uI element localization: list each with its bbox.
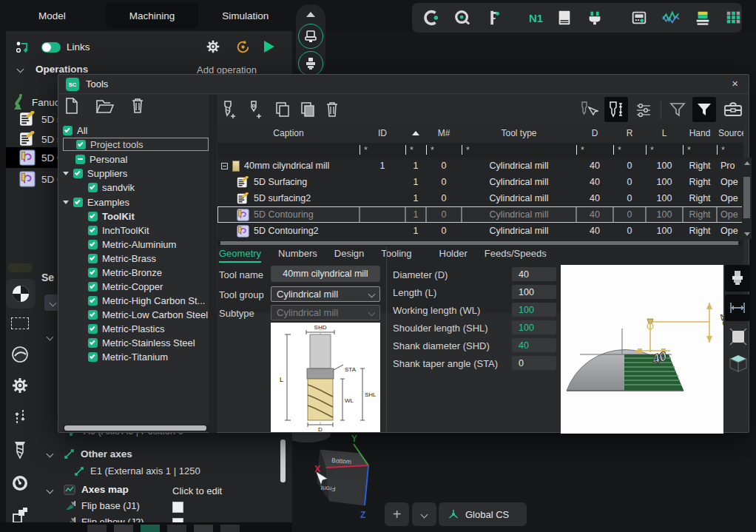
- control-panel-icon[interactable]: [630, 8, 648, 27]
- tree-item-metric-bronze[interactable]: Metric-Bronze: [63, 266, 209, 279]
- tab-simulation[interactable]: Simulation: [198, 2, 292, 29]
- rail-collapsed-pill[interactable]: [7, 263, 33, 272]
- flip-base-checkbox[interactable]: [172, 502, 183, 513]
- drill-tool-icon[interactable]: [7, 440, 33, 462]
- tab-machining[interactable]: Machining: [106, 2, 199, 29]
- col-caption[interactable]: Caption: [217, 124, 360, 143]
- shank-taper-angle-input[interactable]: 0: [512, 356, 556, 370]
- checkbox-checked[interactable]: [88, 282, 98, 292]
- checkbox-checked[interactable]: [88, 296, 98, 306]
- axis-row-e1[interactable]: E1 (External axis 1 | 1250: [74, 465, 200, 477]
- checkbox-checked[interactable]: [88, 183, 98, 192]
- checkbox-checked[interactable]: [88, 268, 98, 277]
- hidden-chevron-sliver[interactable]: [47, 334, 54, 341]
- axes-map-header[interactable]: Axes map: [64, 484, 129, 495]
- tree-hscrollbar-thumb[interactable]: [64, 425, 206, 431]
- head-2-button[interactable]: [298, 51, 323, 76]
- filter-cell[interactable]: *: [405, 143, 426, 158]
- col-r[interactable]: R: [613, 124, 646, 143]
- ops-item-fanuc[interactable]: Fanuc: [12, 93, 60, 111]
- tab-holder[interactable]: Holder: [439, 248, 468, 263]
- dialog-titlebar[interactable]: SC Tools ×: [58, 75, 749, 94]
- measure-tape-icon[interactable]: [453, 8, 471, 27]
- table-row[interactable]: 5D Surfacing 1 0 Cylindrical mill 40 0 1…: [217, 174, 743, 190]
- tree-item-metric-stainless[interactable]: Metric-Stainless Steel: [63, 336, 209, 349]
- links-toggle[interactable]: [41, 42, 61, 53]
- tab-geometry[interactable]: Geometry: [219, 248, 261, 263]
- gear-icon[interactable]: [206, 39, 220, 54]
- tree-item-metric-copper[interactable]: Metric-Copper: [63, 280, 209, 293]
- checkbox-checked[interactable]: [73, 169, 83, 178]
- col-sort[interactable]: [405, 124, 426, 143]
- new-library-icon[interactable]: [64, 97, 79, 115]
- filter-outline-icon[interactable]: [669, 101, 686, 118]
- clamp-icon[interactable]: [422, 8, 440, 27]
- expand-arrow-icon[interactable]: [63, 172, 69, 175]
- paste-tool-icon[interactable]: [300, 101, 316, 118]
- table-row[interactable]: 5D Contouring2 1 0 Cylindrical mill 40 0…: [217, 223, 743, 239]
- strip-thumb[interactable]: [220, 525, 240, 532]
- cs-dropdown-button[interactable]: [412, 502, 436, 526]
- disc-tool-icon[interactable]: [7, 343, 33, 366]
- col-source[interactable]: Source: [717, 124, 743, 143]
- checkbox-checked[interactable]: [76, 140, 86, 149]
- fit-view-icon[interactable]: [728, 326, 749, 348]
- copy-tool-icon[interactable]: [274, 101, 291, 118]
- filter-cell[interactable]: *: [576, 143, 613, 158]
- click-to-edit-label[interactable]: Click to edit: [172, 485, 222, 496]
- tool-dimensions-toggle-active[interactable]: [604, 97, 628, 122]
- tab-design[interactable]: Design: [334, 248, 364, 263]
- checkbox-checked[interactable]: [73, 198, 83, 207]
- view-options-icon[interactable]: [634, 100, 653, 119]
- tree-item-metric-titanium[interactable]: Metric-Titanium: [63, 350, 209, 363]
- checkbox-checked[interactable]: [88, 240, 98, 249]
- tree-item-metric-low-carbon[interactable]: Metric-Low Carbon Steel: [63, 308, 209, 321]
- strip-thumb[interactable]: [141, 525, 160, 532]
- diameter-input[interactable]: 40: [512, 267, 556, 281]
- collapse-minus-icon[interactable]: [221, 163, 228, 169]
- strip-thumb[interactable]: [114, 525, 133, 532]
- tree-item-suppliers[interactable]: Suppliers: [63, 166, 209, 180]
- filter-cell[interactable]: *: [613, 143, 646, 158]
- panel-vscrollbar-thumb[interactable]: [280, 440, 286, 482]
- hscrollbar-thumb[interactable]: [220, 241, 738, 245]
- play-icon[interactable]: [264, 41, 274, 53]
- collapse-up-icon[interactable]: [306, 12, 315, 17]
- tab-model[interactable]: Model: [15, 2, 90, 29]
- col-tool-type[interactable]: Tool type: [462, 124, 576, 143]
- checkbox-indeterminate[interactable]: [75, 155, 85, 164]
- table-row[interactable]: 5D surfacing2 1 0 Cylindrical mill 40 0 …: [217, 190, 743, 206]
- shoulder-length-input[interactable]: 100: [512, 320, 556, 334]
- strip-thumb[interactable]: [87, 525, 107, 532]
- checkbox-checked[interactable]: [88, 338, 98, 348]
- selection-rect-icon[interactable]: [7, 312, 33, 334]
- add-mill-tool-icon[interactable]: [220, 99, 238, 120]
- operations-collapse-chevron[interactable]: [17, 66, 24, 73]
- filter-cell[interactable]: *: [646, 143, 683, 158]
- col-m[interactable]: M#: [426, 124, 462, 143]
- axes-map-chevron[interactable]: [47, 487, 54, 494]
- sheet-icon[interactable]: [556, 8, 573, 27]
- table-vscrollbar[interactable]: [742, 158, 752, 239]
- length-input[interactable]: 100: [512, 285, 556, 299]
- sync-icon[interactable]: [235, 39, 251, 55]
- tool-name-input[interactable]: 40mm cilyndrical mill: [271, 266, 380, 282]
- tree-item-metric-high-carbon[interactable]: Metric-High Carbon St...: [63, 294, 209, 307]
- caliper-icon[interactable]: [485, 8, 502, 27]
- col-hand[interactable]: Hand: [683, 124, 717, 143]
- tab-feeds-speeds[interactable]: Feeds/Speeds: [485, 248, 547, 263]
- tool-group-select[interactable]: Cylindrical mill: [271, 286, 380, 302]
- col-l[interactable]: L: [646, 124, 683, 143]
- expand-arrow-icon[interactable]: [63, 201, 69, 204]
- checkbox-checked[interactable]: [88, 212, 98, 221]
- scrollbar-thumb[interactable]: [743, 177, 750, 218]
- table-row-group[interactable]: 40mm cilyndrical mill 1 1 0 Cylindrical …: [217, 158, 743, 174]
- rail-workpiece-button-active[interactable]: [6, 279, 36, 309]
- tool-preview-3d[interactable]: 40 100: [561, 265, 723, 434]
- other-axes-chevron[interactable]: [47, 451, 54, 458]
- shank-diameter-input[interactable]: 40: [512, 338, 556, 352]
- swap-arrows-icon[interactable]: [7, 405, 33, 428]
- tree-item-examples[interactable]: Examples: [63, 195, 209, 209]
- tree-item-inchtoolkit[interactable]: InchToolKit: [63, 223, 209, 237]
- working-length-input[interactable]: 100: [512, 303, 556, 317]
